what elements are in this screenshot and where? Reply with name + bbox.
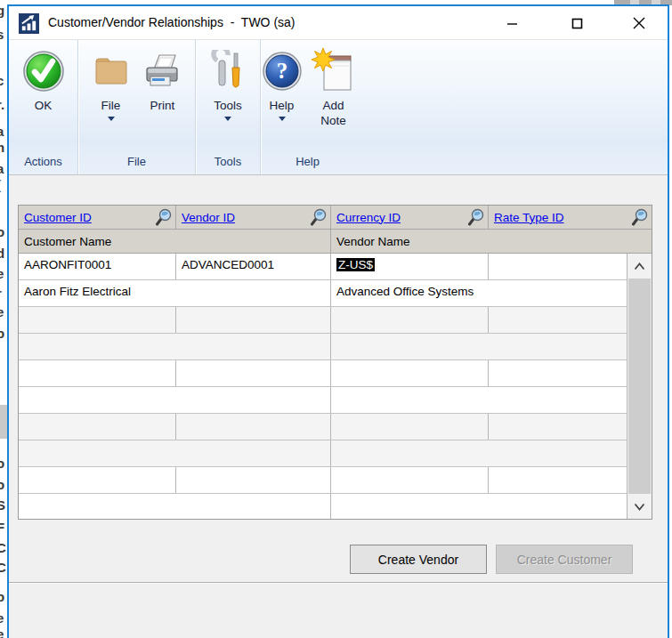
background-scrollbar-fragment <box>0 405 7 439</box>
background-text-fragment: e <box>0 626 4 638</box>
table-row-empty[interactable] <box>19 387 627 414</box>
currency-id-lookup-icon[interactable] <box>467 208 485 226</box>
close-icon <box>633 17 645 29</box>
background-text-fragment: e <box>0 304 4 319</box>
ribbon-group-label-help: Help <box>261 152 354 174</box>
background-text-fragment: e <box>0 266 4 281</box>
create-vendor-button[interactable]: Create Vendor <box>350 545 487 574</box>
background-text-fragment: s <box>0 27 4 42</box>
svg-text:?: ? <box>276 59 287 83</box>
minimize-icon <box>506 18 518 29</box>
background-text-fragment: a <box>0 124 4 139</box>
scroll-down-button[interactable] <box>627 494 652 519</box>
ribbon-group-label-actions: Actions <box>9 152 77 174</box>
background-text-fragment: o <box>0 224 4 239</box>
grid-body-rows: AARONFIT0001 ADVANCED0001 Z-US$ Aaron Fi… <box>19 254 627 519</box>
scroll-up-button[interactable] <box>627 254 652 279</box>
scrollbar-thumb[interactable] <box>628 279 651 494</box>
background-text-fragment: r. <box>0 97 4 112</box>
vendor-name-cell[interactable]: Advanced Office Systems <box>331 280 627 306</box>
rate-type-id-lookup-icon[interactable] <box>631 208 649 226</box>
app-chart-icon <box>19 13 39 34</box>
column-header-vendor-id: Vendor ID <box>176 206 331 229</box>
ribbon-empty-space <box>354 40 668 174</box>
chevron-down-icon <box>108 117 115 121</box>
table-row-empty[interactable] <box>19 440 627 467</box>
selected-currency-text: Z-US$ <box>336 258 375 271</box>
folder-icon <box>89 46 134 96</box>
ribbon-group-help: ? Help Add Note <box>261 40 354 174</box>
tools-menu-button[interactable]: Tools <box>202 44 254 123</box>
chevron-up-icon <box>634 262 645 271</box>
close-button[interactable] <box>619 6 660 40</box>
add-note-icon <box>312 46 356 96</box>
customer-id-link[interactable]: Customer ID <box>24 211 92 224</box>
ribbon-group-tools: Tools Tools <box>196 40 261 174</box>
footer-divider <box>9 582 668 584</box>
customer-name-cell[interactable]: Aaron Fitz Electrical <box>19 280 331 306</box>
table-row-empty[interactable] <box>19 414 627 440</box>
ok-button[interactable]: OK <box>18 44 69 115</box>
ribbon-group-label-file: File <box>78 152 195 174</box>
grid-column-header-row: Customer ID Vendor ID Currency ID <box>19 206 652 230</box>
maximize-icon <box>571 18 583 29</box>
customer-id-lookup-icon[interactable] <box>155 208 173 226</box>
add-note-button[interactable]: Add Note <box>308 44 360 130</box>
column-header-vendor-name: Vendor Name <box>331 230 652 253</box>
background-text-fragment: o <box>0 477 4 492</box>
ok-check-icon <box>21 46 66 96</box>
help-icon: ? <box>260 46 304 96</box>
background-text-fragment: ( <box>0 177 1 192</box>
background-text-fragment: c <box>0 73 4 88</box>
customer-id-cell[interactable]: AARONFIT0001 <box>19 254 176 279</box>
ribbon-group-file: File Print <box>78 40 196 174</box>
record-id-row[interactable]: AARONFIT0001 ADVANCED0001 Z-US$ <box>19 254 627 280</box>
currency-id-link[interactable]: Currency ID <box>336 211 401 224</box>
table-row-empty[interactable] <box>19 467 627 494</box>
printer-icon <box>141 46 185 96</box>
relationships-grid: Customer ID Vendor ID Currency ID <box>18 205 652 520</box>
chevron-down-icon <box>634 503 645 511</box>
chevron-down-icon <box>279 117 286 121</box>
customer-vendor-relationships-window: Customer/Vendor Relationships - TWO (sa) <box>7 4 669 638</box>
ribbon-group-actions: OK Actions <box>9 40 78 174</box>
table-row-empty[interactable] <box>19 334 627 360</box>
record-name-row[interactable]: Aaron Fitz Electrical Advanced Office Sy… <box>19 280 627 307</box>
background-text-fragment: e <box>0 610 4 626</box>
vendor-id-lookup-icon[interactable] <box>310 208 328 226</box>
background-text-fragment: r <box>0 286 2 301</box>
minimize-button[interactable] <box>491 6 532 40</box>
background-text-fragment: o <box>0 326 4 341</box>
vendor-id-link[interactable]: Vendor ID <box>182 211 235 224</box>
print-button[interactable]: Print <box>137 44 189 115</box>
create-customer-button: Create Customer <box>496 545 633 574</box>
currency-id-cell[interactable]: Z-US$ <box>331 254 489 279</box>
column-header-customer-name: Customer Name <box>19 230 331 253</box>
background-text-fragment: C <box>0 540 6 555</box>
file-menu-button[interactable]: File <box>85 44 137 123</box>
grid-name-header-row: Customer Name Vendor Name <box>19 230 652 254</box>
background-text-fragment: g <box>0 3 4 18</box>
help-menu-button[interactable]: ? Help <box>256 44 308 123</box>
rate-type-id-cell[interactable] <box>489 254 627 279</box>
title-bar[interactable]: Customer/Vendor Relationships - TWO (sa) <box>9 6 668 40</box>
background-text-fragment: S <box>0 497 5 513</box>
background-text-fragment: F <box>0 520 4 535</box>
rate-type-id-link[interactable]: Rate Type ID <box>494 211 564 224</box>
vertical-scrollbar[interactable] <box>627 254 652 519</box>
vendor-id-cell[interactable]: ADVANCED0001 <box>176 254 331 279</box>
ribbon-group-label-tools: Tools <box>196 152 260 174</box>
background-text-fragment: o <box>0 589 4 604</box>
window-title: Customer/Vendor Relationships - TWO (sa) <box>48 15 296 29</box>
ribbon-toolbar: OK Actions File <box>9 40 668 175</box>
column-header-customer-id: Customer ID <box>19 206 176 229</box>
maximize-button[interactable] <box>556 6 597 40</box>
tools-icon <box>206 46 250 96</box>
chevron-down-icon <box>224 117 231 121</box>
background-text-fragment: C <box>0 560 6 575</box>
table-row-empty[interactable] <box>19 494 627 519</box>
background-text-fragment: h <box>0 140 4 155</box>
background-text-fragment: a <box>0 161 4 176</box>
table-row-empty[interactable] <box>19 360 627 387</box>
table-row-empty[interactable] <box>19 307 627 334</box>
